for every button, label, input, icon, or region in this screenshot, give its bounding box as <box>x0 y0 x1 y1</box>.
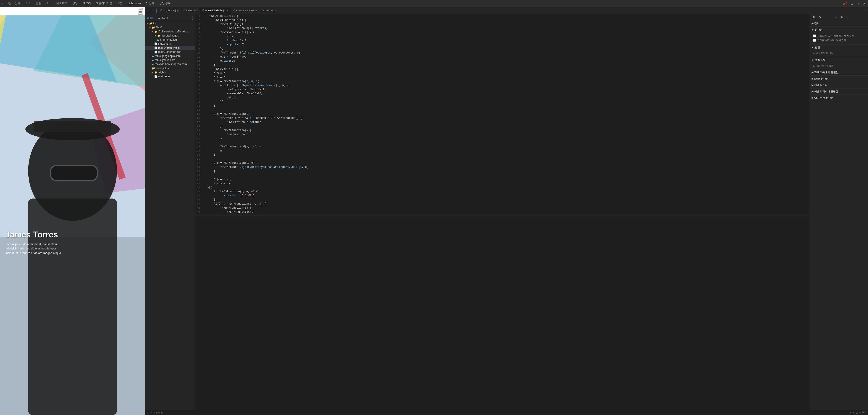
code-line[interactable]: 43}({ <box>195 185 809 189</box>
code-line[interactable]: 47 '1/9!': "kw">function(t, e, n) { <box>195 202 809 206</box>
global-header[interactable]: ▶ 전역 리스너 <box>809 82 868 88</box>
breakpoint-area[interactable] <box>202 96 206 100</box>
main-tab-성능[interactable]: 성능 <box>70 0 80 7</box>
tab-sources[interactable]: 소스 <box>146 7 155 14</box>
tree-item-main-scss[interactable]: 📄main.scss <box>145 75 195 79</box>
more-panel-btn[interactable]: » <box>187 15 190 21</box>
inspect-icon[interactable]: ⬚ <box>1 1 6 6</box>
breakpoint-area[interactable] <box>202 100 206 104</box>
breakpoint-area[interactable] <box>202 124 206 128</box>
main-tab-Lighthouse[interactable]: Lighthouse <box>125 0 143 7</box>
breakpoint-area[interactable] <box>202 42 206 47</box>
code-line[interactable]: 34 n <box>195 149 809 153</box>
main-tab-성능 통계[interactable]: 성능 통계 <box>157 0 173 7</box>
pause-resume-btn[interactable]: ⏸ <box>811 15 816 20</box>
tree-item-assets-images[interactable]: ▼ 📁assets/images <box>145 34 195 38</box>
breakpoint-area[interactable] <box>202 55 206 59</box>
settings-icon[interactable]: ⚙ <box>850 1 855 6</box>
main-tab-콘솔[interactable]: 콘솔 <box>33 0 43 7</box>
code-line[interactable]: 38 "kw">return Object.prototype.hasOwnPr… <box>195 165 809 169</box>
breakpoint-area[interactable] <box>202 38 206 42</box>
code-line[interactable]: 6 i: i, <box>195 34 809 38</box>
breakpoint-area[interactable] <box>202 18 206 22</box>
code-line[interactable]: 44 0: "kw">function(t, e, n) { <box>195 189 809 194</box>
breakpoint-area[interactable] <box>202 59 206 63</box>
error-count-btn[interactable]: ⊗ 2 <box>842 1 848 6</box>
breakpoints-header[interactable]: ▼ 중단점 <box>809 27 868 33</box>
code-line[interactable]: 24 <box>195 108 809 112</box>
file-tab-main-4c6e144e-js[interactable]: ⬡ main.4c6e144e.js ✕ <box>200 7 231 14</box>
tree-item-fonts-googleapis-com[interactable]: ☁fonts.googleapis.com <box>145 54 195 58</box>
code-line[interactable]: 40 <box>195 173 809 177</box>
device-icon[interactable]: ⧉ <box>7 1 11 6</box>
code-line[interactable]: 39 } <box>195 169 809 173</box>
code-hscroll[interactable] <box>195 214 809 216</box>
code-line[interactable]: 15 e.m = t, <box>195 71 809 75</box>
main-tab-녹음기[interactable]: 녹음기 <box>144 0 156 7</box>
tree-item-C--Users-chosu-Desktop---[interactable]: ▼ 📁C:/Users/chosu/Desktop... <box>145 29 195 34</box>
breakpoint-area[interactable] <box>202 79 206 84</box>
breakpoint-area[interactable] <box>202 132 206 137</box>
main-tab-애플리케이션[interactable]: 애플리케이션 <box>94 0 115 7</box>
breakpoint-area[interactable] <box>202 185 206 189</box>
step-btn[interactable]: → <box>833 15 838 20</box>
more-icon[interactable]: ⋮ <box>856 1 861 6</box>
code-line[interactable]: 27 "kw">return t.default <box>195 120 809 124</box>
breakpoint-area[interactable] <box>202 141 206 145</box>
tree-item-styles[interactable]: ▼ 📁styles <box>145 70 195 75</box>
code-line[interactable]: 8 exports: {} <box>195 42 809 47</box>
tree-item-main-4c6e144e-js[interactable]: 📄main.4c6e144e.js <box>145 46 195 50</box>
code-line[interactable]: 29 : "kw">function() { <box>195 128 809 132</box>
breakpoint-area[interactable] <box>202 173 206 177</box>
code-line[interactable]: 5 "kw">var o = n[i] = { <box>195 30 809 34</box>
breakpoint-area[interactable] <box>202 202 206 206</box>
breakpoint-area[interactable] <box>202 128 206 132</box>
code-line[interactable]: 18 e.o(t, n) || Object.defineProperty(t,… <box>195 84 809 88</box>
main-tab-소스[interactable]: 소스 <box>44 0 54 7</box>
call-stack-header[interactable]: ▼ 호출 스택 <box>809 57 868 63</box>
file-tab-close[interactable]: ✕ <box>227 9 228 11</box>
breakpoint-area[interactable] <box>202 26 206 30</box>
tree-item-main-3da94fde-css[interactable]: 📄main.3da94fde.css <box>145 50 195 54</box>
breakpoint-area[interactable] <box>202 145 206 149</box>
watch-header[interactable]: ▶ 감시 <box>809 21 868 27</box>
code-line[interactable]: 3 "kw">if (n[i]) <box>195 22 809 26</box>
code-line[interactable]: 4 "kw">return n[i].exports; <box>195 26 809 30</box>
breakpoint-area[interactable] <box>202 177 206 181</box>
breakpoint-area[interactable] <box>202 51 206 55</box>
step-over-btn[interactable]: ↷ <box>817 15 823 20</box>
panel-menu-btn[interactable]: ⋮ <box>190 15 195 21</box>
code-line[interactable]: 2 "kw">function e(i) { <box>195 18 809 22</box>
code-line[interactable]: 41 e.p = './', <box>195 177 809 181</box>
breakpoint-area[interactable] <box>202 181 206 185</box>
code-line[interactable]: 14 "kw">var n = []; <box>195 67 809 71</box>
breakpoint-area[interactable] <box>202 112 206 116</box>
breakpoint-area[interactable] <box>202 34 206 38</box>
breakpoint-area[interactable] <box>202 153 206 157</box>
code-line[interactable]: 21 get: i <box>195 96 809 100</box>
breakpoint-area[interactable] <box>202 47 206 51</box>
breakpoint-area[interactable] <box>202 71 206 75</box>
code-line[interactable]: 48 ("kw">function(t) { <box>195 206 809 210</box>
tab-workspace[interactable]: 작업공간 <box>156 15 170 21</box>
code-line[interactable]: 11 o.l = "bool">!0, <box>195 55 809 59</box>
breakpoint-area[interactable] <box>202 157 206 161</box>
main-tab-감시[interactable]: 감시 <box>12 0 23 7</box>
main-tab-요소[interactable]: 요소 <box>23 0 33 7</box>
more-tabs-btn[interactable]: » <box>864 9 867 13</box>
main-tab-네트워크[interactable]: 네트워크 <box>54 0 70 7</box>
tree-item-img-home-jpg[interactable]: 🖼img-home.jpg <box>145 38 195 42</box>
breakpoint-area[interactable] <box>202 104 206 108</box>
code-line[interactable]: 49 +"kw">function(t) { <box>195 210 809 214</box>
breakpoint-area[interactable] <box>202 194 206 198</box>
breakpoint-area[interactable] <box>202 84 206 88</box>
code-line[interactable]: 16 e.c = n, <box>195 75 809 79</box>
code-line[interactable]: 17 e.d = "kw">function(t, n, i) { <box>195 79 809 84</box>
xhr-header[interactable]: ▶ XHR/가져오기 중단점 <box>809 69 868 76</box>
file-tab-img-home-jpg[interactable]: ⬡ img-home.jpg <box>158 7 181 14</box>
breakpoint-area[interactable] <box>202 67 206 71</box>
breakpoint-area[interactable] <box>202 198 206 202</box>
breakpoint-area[interactable] <box>202 88 206 92</box>
main-tab-보안[interactable]: 보안 <box>115 0 125 7</box>
code-line[interactable]: 20 enumerable: "bool">!0, <box>195 92 809 96</box>
